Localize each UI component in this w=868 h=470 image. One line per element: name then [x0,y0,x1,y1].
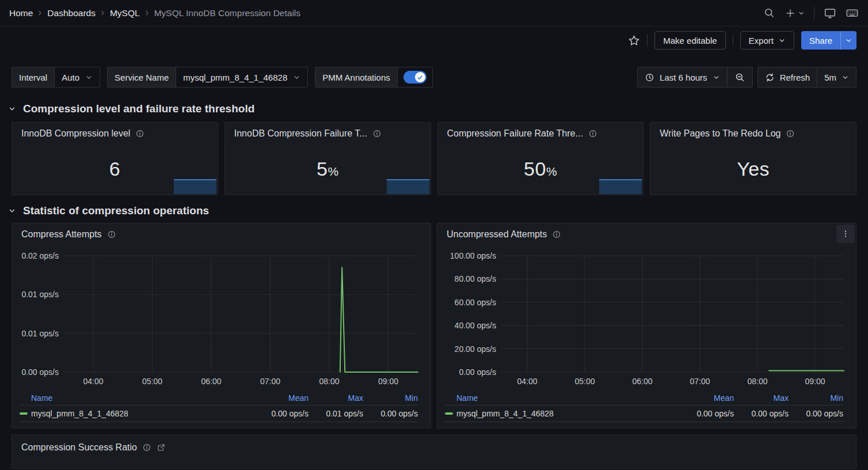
svg-text:09:00: 09:00 [805,377,825,386]
chevron-right-icon [36,9,44,17]
stat-sparkline-bar [599,179,642,194]
panel-title: Compression Failure Rate Thre... [447,128,583,139]
info-icon[interactable] [786,129,795,138]
series-min: 0.00 ops/s [363,409,418,418]
interval-select[interactable]: Auto [55,67,100,88]
monitor-icon[interactable] [824,7,836,20]
export-label: Export [749,36,774,46]
chevron-down-icon [8,105,16,113]
refresh-interval-select[interactable]: 5m [817,67,856,87]
section-statistics[interactable]: Statistic of compression operations [0,204,868,217]
stat-sparkline-bar [387,179,429,194]
search-icon[interactable] [763,7,775,19]
time-picker-group: Last 6 hours [637,67,753,88]
svg-text:08:00: 08:00 [319,377,339,386]
stat-number: Yes [737,158,770,180]
time-range-picker[interactable]: Last 6 hours [638,67,727,87]
export-button[interactable]: Export [740,31,794,50]
svg-text:0.02 ops/s: 0.02 ops/s [21,251,59,260]
info-icon[interactable] [107,230,116,239]
pmm-annotations-variable: PMM Annotations [315,67,433,88]
chevron-down-icon [798,10,805,17]
chevron-down-icon [293,74,300,81]
chevron-down-icon [778,37,786,44]
nav-actions [763,6,859,20]
info-icon[interactable] [588,129,597,138]
stats-row: InnoDB Compression level 6 InnoDB Compre… [0,122,868,195]
panel-menu-kebab-icon[interactable] [836,225,855,243]
external-link-icon[interactable] [157,443,166,452]
legend-series-toggle[interactable]: mysql_pmm_8_4_1_46828 [445,409,679,418]
interval-variable: Interval Auto [12,67,100,88]
svg-text:0.01 ops/s: 0.01 ops/s [21,329,59,338]
breadcrumb-mysql[interactable]: MySQL [110,8,140,18]
series-color-swatch [20,412,28,415]
panel-title[interactable]: Compression Success Ratio [21,442,137,453]
legend-header-min[interactable]: Min [789,393,843,403]
breadcrumb-dashboards[interactable]: Dashboards [47,8,96,18]
svg-text:20.00 ops/s: 20.00 ops/s [455,344,496,354]
time-series-plot[interactable]: 0.02 ops/s0.01 ops/s0.01 ops/s0.00 ops/s… [12,241,431,389]
share-label: Share [809,36,832,46]
panel-title: Write Pages to The Redo Log [660,128,781,139]
info-icon[interactable] [142,443,151,452]
svg-text:04:00: 04:00 [83,377,103,386]
legend-header-max[interactable]: Max [309,393,363,403]
legend-header-mean[interactable]: Mean [679,393,734,403]
svg-text:0.00 ops/s: 0.00 ops/s [21,367,59,377]
stat-panel-redo-log: Write Pages to The Redo Log Yes [650,122,856,195]
svg-text:06:00: 06:00 [201,377,221,386]
svg-text:05:00: 05:00 [142,377,162,386]
panel-title: InnoDB Compression level [21,128,130,139]
series-mean: 0.00 ops/s [679,409,734,418]
info-icon[interactable] [135,129,144,138]
svg-text:07:00: 07:00 [690,377,710,386]
pmm-annotations-label: PMM Annotations [315,67,398,88]
panel-title[interactable]: Uncompressed Attempts [447,229,547,240]
share-menu-caret[interactable] [840,31,856,50]
share-button[interactable]: Share [801,31,840,50]
zoom-out-button[interactable] [728,67,752,87]
service-name-variable: Service Name mysql_pmm_8_4_1_46828 [107,67,308,88]
series-max: 0.01 ops/s [309,409,363,418]
star-icon[interactable] [628,35,640,47]
pmm-annotations-toggle[interactable] [398,67,433,88]
breadcrumb: Home Dashboards MySQL MySQL InnoDB Compr… [9,8,300,18]
service-name-select[interactable]: mysql_pmm_8_4_1_46828 [176,67,308,88]
make-editable-label: Make editable [663,36,717,46]
series-mean: 0.00 ops/s [254,409,309,418]
make-editable-button[interactable]: Make editable [654,31,725,50]
svg-text:80.00 ops/s: 80.00 ops/s [455,274,496,283]
refresh-group: Refresh 5m [757,67,856,88]
refresh-label: Refresh [780,73,810,82]
svg-text:06:00: 06:00 [632,377,652,386]
legend-header-min[interactable]: Min [363,393,418,403]
add-new-button[interactable] [785,7,805,19]
legend-series-toggle[interactable]: mysql_pmm_8_4_1_46828 [20,409,254,418]
share-split-button: Share [801,31,856,50]
legend-row: mysql_pmm_8_4_1_46828 0.00 ops/s 0.00 op… [445,405,843,422]
chart-panel-compression-success-ratio: Compression Success Ratio [12,434,856,469]
chart-panel-uncompressed-attempts: Uncompressed Attempts 100.00 ops/s80.00 … [437,223,856,429]
stat-number: 5 [317,158,328,180]
section-compression-level[interactable]: Compression level and failure rate thres… [0,103,868,115]
legend-header-name[interactable]: Name [20,393,254,403]
legend-header-max[interactable]: Max [734,393,789,403]
legend-header-name[interactable]: Name [445,393,679,403]
divider [814,7,814,20]
chevron-down-icon [85,74,93,81]
section-title: Statistic of compression operations [23,204,209,217]
panel-title[interactable]: Compress Attempts [21,229,102,240]
info-icon[interactable] [372,129,382,138]
breadcrumb-home[interactable]: Home [9,8,33,18]
svg-text:40.00 ops/s: 40.00 ops/s [455,321,496,330]
time-series-plot[interactable]: 100.00 ops/s80.00 ops/s60.00 ops/s40.00 … [437,241,856,389]
page-title: MySQL InnoDB Compression Details [154,8,300,18]
legend-header-mean[interactable]: Mean [254,393,309,403]
chart-legend: Name Mean Max Min mysql_pmm_8_4_1_46828 … [12,391,431,422]
chevron-down-icon [842,74,849,81]
info-icon[interactable] [552,230,561,239]
stat-number: 6 [109,158,120,180]
refresh-button[interactable]: Refresh [758,67,817,87]
keyboard-icon[interactable] [846,6,859,20]
